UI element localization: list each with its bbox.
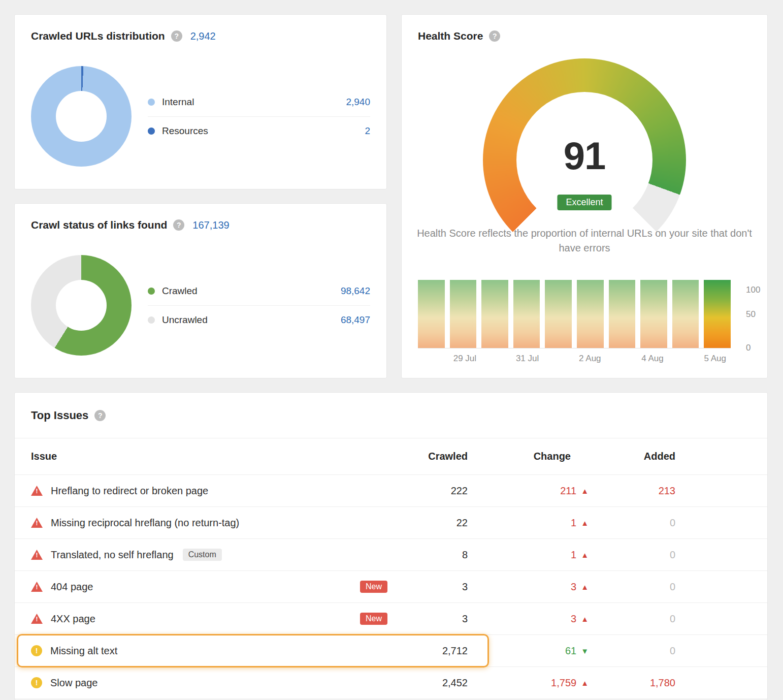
history-bar <box>545 280 572 348</box>
legend-label: Resources <box>162 125 208 137</box>
error-icon: ! <box>31 582 43 592</box>
issue-link[interactable]: Missing alt text <box>50 645 117 657</box>
custom-badge: Custom <box>183 549 222 561</box>
history-bar <box>450 280 477 348</box>
issue-link[interactable]: 4XX page <box>51 613 95 625</box>
site-audit-dashboard: Crawled URLs distribution ? 2,942 Intern… <box>0 0 783 700</box>
crawled-value[interactable]: 3 <box>392 581 468 593</box>
legend-value[interactable]: 2 <box>365 125 370 137</box>
history-bars <box>418 280 731 348</box>
added-value[interactable]: 0 <box>589 549 675 561</box>
change-number: 3 <box>571 581 576 593</box>
card-title: Crawl status of links found <box>31 219 167 231</box>
crawl-status-donut-chart <box>31 255 132 356</box>
legend-value[interactable]: 68,497 <box>341 314 370 326</box>
issue-link[interactable]: Missing reciprocal hreflang (no return-t… <box>51 517 239 529</box>
top-issues-title: Top Issues <box>31 409 88 422</box>
health-score-card: Health Score ? 91 Excellent Health Score… <box>401 14 768 378</box>
change-value[interactable]: 211 ▲ <box>468 485 589 497</box>
history-bar <box>609 280 636 348</box>
crawled-urls-card: Crawled URLs distribution ? 2,942 Intern… <box>14 14 387 189</box>
y-tick: 0 <box>746 343 751 353</box>
added-value[interactable]: 0 <box>589 581 675 593</box>
triangle-up-icon: ▲ <box>581 519 589 527</box>
change-value[interactable]: 1 ▲ <box>468 549 589 561</box>
warning-icon: ! <box>31 677 42 688</box>
crawled-value[interactable]: 3 <box>392 613 468 625</box>
help-icon[interactable]: ? <box>171 30 182 42</box>
triangle-up-icon: ▲ <box>581 551 589 559</box>
x-tick: 31 Jul <box>516 354 539 364</box>
history-bar <box>577 280 604 348</box>
warning-icon: ! <box>31 645 42 656</box>
health-score-description: Health Score reflects the proportion of … <box>417 226 752 256</box>
error-icon: ! <box>31 614 43 624</box>
table-row[interactable]: ! Missing reciprocal hreflang (no return… <box>15 507 767 539</box>
triangle-up-icon: ▲ <box>581 615 589 623</box>
added-value[interactable]: 1,780 <box>589 677 675 689</box>
legend-item-internal[interactable]: Internal 2,940 <box>148 88 370 116</box>
history-bar-current <box>704 280 731 348</box>
legend: Crawled 98,642 Uncrawled 68,497 <box>148 277 370 334</box>
change-value[interactable]: 1,759 ▲ <box>468 677 589 689</box>
crawled-value[interactable]: 2,712 <box>392 645 468 657</box>
legend-item-uncrawled[interactable]: Uncrawled 68,497 <box>148 305 370 334</box>
x-tick: 2 Aug <box>579 354 601 364</box>
crawled-value[interactable]: 2,452 <box>392 677 468 689</box>
added-value[interactable]: 0 <box>589 613 675 625</box>
change-number: 3 <box>571 613 576 625</box>
history-bar <box>418 280 445 348</box>
table-row[interactable]: ! 404 page New 3 3 ▲ 0 <box>15 571 767 603</box>
y-axis-labels: 100 50 0 <box>731 280 761 348</box>
issue-link[interactable]: 404 page <box>51 581 93 593</box>
crawled-value[interactable]: 8 <box>392 549 468 561</box>
legend-label: Crawled <box>162 285 198 297</box>
change-value[interactable]: 3 ▲ <box>468 581 589 593</box>
table-row[interactable]: ! 4XX page New 3 3 ▲ 0 <box>15 603 767 635</box>
table-row-highlighted[interactable]: ! Missing alt text 2,712 61 ▼ 0 <box>15 635 767 667</box>
table-row[interactable]: ! Slow page 2,452 1,759 ▲ 1,780 <box>15 667 767 699</box>
change-value[interactable]: 3 ▲ <box>468 613 589 625</box>
change-value[interactable]: 61 ▼ <box>468 645 589 657</box>
x-tick: 29 Jul <box>453 354 476 364</box>
links-found-total[interactable]: 167,139 <box>192 219 229 231</box>
x-tick: 5 Aug <box>704 354 726 364</box>
added-value[interactable]: 213 <box>589 485 675 497</box>
legend-value[interactable]: 98,642 <box>341 285 370 297</box>
table-row[interactable]: ! Translated, no self hreflang Custom 8 … <box>15 539 767 571</box>
health-history-chart: 29 Jul 31 Jul 2 Aug 4 Aug 5 Aug 100 50 0 <box>418 280 761 366</box>
change-value[interactable]: 1 ▲ <box>468 517 589 529</box>
issue-link[interactable]: Hreflang to redirect or broken page <box>51 485 208 497</box>
crawled-urls-donut-chart <box>31 66 132 167</box>
legend-label: Uncrawled <box>162 314 208 326</box>
internal-dot-icon <box>148 99 155 106</box>
added-value[interactable]: 0 <box>589 517 675 529</box>
history-bar <box>640 280 667 348</box>
help-icon[interactable]: ? <box>489 30 500 42</box>
help-icon[interactable]: ? <box>94 410 106 421</box>
change-number: 1 <box>571 549 576 561</box>
card-title: Crawled URLs distribution <box>31 30 165 42</box>
crawled-urls-total[interactable]: 2,942 <box>190 30 216 42</box>
history-bar <box>672 280 699 348</box>
crawled-value[interactable]: 222 <box>392 485 468 497</box>
added-value[interactable]: 0 <box>589 645 675 657</box>
triangle-up-icon: ▲ <box>581 487 589 495</box>
crawled-value[interactable]: 22 <box>392 517 468 529</box>
new-badge: New <box>360 613 387 625</box>
issue-link[interactable]: Slow page <box>50 677 97 689</box>
column-added: Added <box>589 451 675 462</box>
legend-value[interactable]: 2,940 <box>346 97 370 108</box>
y-tick: 50 <box>746 309 756 320</box>
change-number: 61 <box>565 645 576 657</box>
legend-item-crawled[interactable]: Crawled 98,642 <box>148 277 370 305</box>
legend-item-resources[interactable]: Resources 2 <box>148 116 370 145</box>
help-icon[interactable]: ? <box>173 219 184 231</box>
column-change: Change <box>468 451 589 462</box>
issue-link[interactable]: Translated, no self hreflang <box>51 549 174 561</box>
change-number: 1,759 <box>551 677 576 689</box>
table-row[interactable]: ! Hreflang to redirect or broken page 22… <box>15 475 767 507</box>
legend-label: Internal <box>162 97 194 108</box>
x-axis-labels: 29 Jul 31 Jul 2 Aug 4 Aug 5 Aug <box>418 348 731 366</box>
column-crawled: Crawled <box>392 451 468 462</box>
